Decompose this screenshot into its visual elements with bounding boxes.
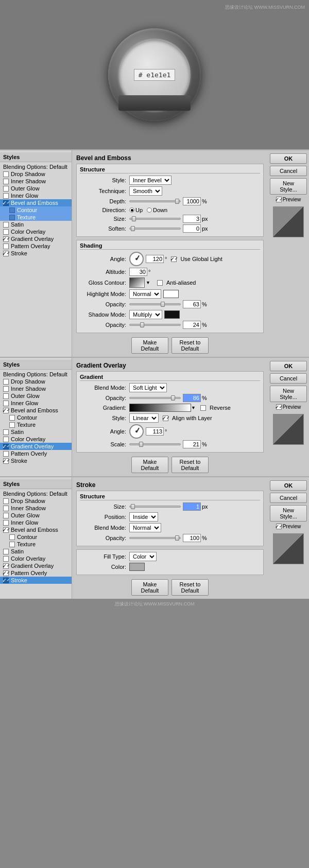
cb-gradient-overlay-3[interactable]: ✓ [3, 563, 9, 569]
radio-down-btn[interactable] [147, 207, 152, 213]
soften-slider[interactable] [129, 228, 181, 230]
angle-dial-2[interactable] [129, 424, 144, 439]
cb-satin-1[interactable] [3, 222, 9, 228]
new-style-btn-3[interactable]: New Style... [270, 505, 307, 522]
position-select[interactable]: Inside [129, 512, 158, 522]
make-default-btn-3[interactable]: Make Default [131, 579, 168, 596]
highlight-mode-select[interactable]: Normal [129, 289, 161, 299]
blending-options-3[interactable]: Blending Options: Default [0, 490, 72, 497]
highlight-color-swatch[interactable] [163, 290, 179, 298]
sidebar-item-texture-3[interactable]: Texture [0, 541, 72, 548]
sidebar-item-satin-2[interactable]: Satin [0, 428, 72, 436]
cb-texture-2[interactable] [9, 422, 15, 428]
shadow-opacity-slider[interactable] [129, 324, 181, 326]
stroke-size-slider[interactable] [129, 506, 181, 508]
reset-default-btn-2[interactable]: Reset to Default [171, 457, 209, 473]
highlight-opacity-slider[interactable] [129, 303, 181, 305]
cb-drop-shadow-1[interactable] [3, 171, 9, 177]
cb-bevel-emboss-3[interactable]: ✓ [3, 527, 9, 533]
cb-satin-3[interactable] [3, 549, 9, 554]
gloss-contour-preview[interactable] [129, 277, 145, 288]
cb-preview-2[interactable]: ✓ [276, 404, 282, 410]
stroke-color-swatch[interactable] [129, 563, 145, 571]
shadow-opacity-thumb[interactable] [140, 322, 144, 327]
sidebar-item-inner-glow-3[interactable]: Inner Glow [0, 519, 72, 526]
cb-texture-1[interactable] [9, 215, 15, 220]
cb-drop-shadow-3[interactable] [3, 498, 9, 504]
sidebar-item-pattern-overlay-2[interactable]: Pattern Overly [0, 450, 72, 457]
cb-pattern-overlay-1[interactable] [3, 244, 9, 249]
shadow-opacity-input[interactable] [183, 321, 201, 329]
highlight-opacity-thumb[interactable] [161, 302, 165, 307]
radio-down[interactable]: Down [147, 207, 167, 213]
opacity-thumb-2[interactable] [171, 395, 175, 401]
cb-stroke-3[interactable]: ✓ [3, 578, 9, 583]
make-default-btn-2[interactable]: Make Default [131, 457, 168, 473]
depth-slider[interactable] [129, 200, 181, 202]
ok-btn-1[interactable]: OK [270, 153, 307, 164]
cb-satin-2[interactable] [3, 429, 9, 435]
sidebar-item-gradient-overlay-3[interactable]: ✓ Gradient Overlay [0, 562, 72, 569]
technique-select[interactable]: Smooth [129, 186, 162, 196]
sidebar-item-color-overlay-1[interactable]: Color Overlay [0, 228, 72, 235]
cb-align-layer[interactable]: ✓ [163, 415, 168, 421]
soften-input[interactable] [183, 224, 201, 233]
sidebar-item-texture-1[interactable]: Texture [0, 214, 72, 221]
stroke-size-thumb[interactable] [131, 504, 135, 509]
cb-outer-glow-2[interactable] [3, 393, 9, 399]
angle-input[interactable] [146, 255, 164, 263]
blending-options-1[interactable]: Blending Options: Default [0, 163, 72, 170]
sidebar-item-contour-1[interactable]: Contour [0, 206, 72, 214]
sidebar-item-outer-glow-1[interactable]: Outer Glow [0, 185, 72, 192]
radio-up-btn[interactable] [129, 207, 134, 213]
gloss-dropdown-arrow[interactable]: ▼ [146, 280, 153, 285]
sidebar-item-drop-shadow-2[interactable]: Drop Shadow [0, 378, 72, 385]
cb-contour-1[interactable] [9, 207, 15, 213]
cb-outer-glow-3[interactable] [3, 513, 9, 518]
cb-pattern-overlay-2[interactable] [3, 451, 9, 457]
cb-preview-3[interactable]: ✓ [276, 524, 282, 529]
gradient-bar[interactable] [129, 404, 191, 412]
cb-global-light[interactable]: ✓ [171, 256, 177, 262]
gradient-dropdown-arrow[interactable]: ▼ [191, 405, 198, 410]
fill-type-select[interactable]: Color [129, 552, 157, 561]
sidebar-item-bevel-emboss-2[interactable]: ✓ Bevel and Emboss [0, 407, 72, 414]
sidebar-item-color-overlay-3[interactable]: Color Overlay [0, 555, 72, 562]
cb-texture-3[interactable] [9, 542, 15, 547]
cb-inner-shadow-3[interactable] [3, 506, 9, 511]
size-input[interactable] [183, 215, 201, 223]
opacity-slider-2[interactable] [129, 397, 181, 399]
cb-inner-glow-1[interactable] [3, 193, 9, 199]
cb-gradient-overlay-2[interactable]: ✓ [3, 444, 9, 449]
cb-outer-glow-1[interactable] [3, 186, 9, 192]
sidebar-item-inner-shadow-1[interactable]: Inner Shadow [0, 178, 72, 185]
global-light-label[interactable]: ✓ Use Global Light [171, 256, 222, 262]
cancel-btn-2[interactable]: Cancel [270, 373, 307, 384]
cb-stroke-1[interactable]: ✓ [3, 251, 9, 256]
angle-dial[interactable] [129, 252, 144, 266]
cancel-btn-3[interactable]: Cancel [270, 493, 307, 503]
scale-input[interactable] [183, 440, 201, 448]
new-style-btn-2[interactable]: New Style... [270, 386, 307, 402]
reset-default-btn-3[interactable]: Reset to Default [171, 579, 209, 596]
sidebar-item-gradient-overlay-2[interactable]: ✓ Gradient Overlay [0, 443, 72, 450]
angle-input-2[interactable] [146, 427, 164, 436]
sidebar-item-stroke-2[interactable]: ✓ Stroke [0, 457, 72, 464]
sidebar-item-pattern-overlay-3[interactable]: ✓ Pattern Overly [0, 569, 72, 577]
blend-mode-select-2[interactable]: Soft Light [129, 383, 167, 392]
radio-up[interactable]: Up [129, 207, 143, 213]
align-layer-label[interactable]: ✓ Align with Layer [163, 415, 212, 421]
sidebar-item-contour-2[interactable]: Contour [0, 414, 72, 421]
shadow-color-swatch[interactable] [164, 310, 180, 319]
sidebar-item-inner-shadow-3[interactable]: Inner Shadow [0, 505, 72, 512]
sidebar-item-color-overlay-2[interactable]: Color Overlay [0, 436, 72, 443]
cb-color-overlay-1[interactable] [3, 229, 9, 235]
sidebar-item-satin-3[interactable]: Satin [0, 548, 72, 555]
sidebar-item-drop-shadow-3[interactable]: Drop Shadow [0, 497, 72, 505]
cb-inner-glow-3[interactable] [3, 520, 9, 526]
cb-bevel-emboss-1[interactable]: ✓ [3, 200, 9, 206]
depth-thumb[interactable] [175, 199, 179, 204]
blending-options-2[interactable]: Blending Options: Default [0, 371, 72, 378]
cb-pattern-overlay-3[interactable]: ✓ [3, 570, 9, 576]
sidebar-item-inner-glow-1[interactable]: Inner Glow [0, 192, 72, 199]
